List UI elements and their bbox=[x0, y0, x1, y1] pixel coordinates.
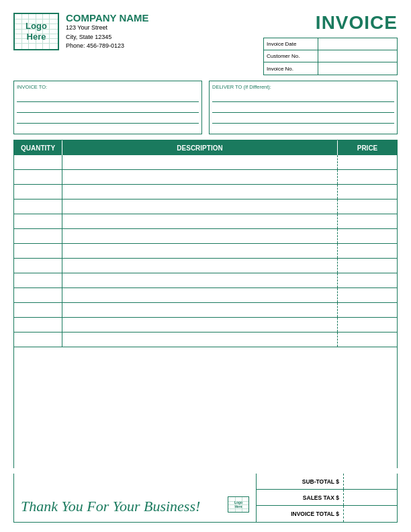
company-city-state: City, State 12345 bbox=[66, 33, 149, 42]
table-row[interactable] bbox=[14, 229, 397, 244]
invoice-total-row: INVOICE TOTAL $ bbox=[257, 506, 397, 522]
invoice-to-line-3[interactable] bbox=[17, 113, 199, 124]
row-desc-8[interactable] bbox=[62, 259, 338, 273]
company-street: 123 Your Street bbox=[66, 24, 149, 33]
row-qty-8[interactable] bbox=[14, 259, 62, 273]
customer-no-label: Customer No. bbox=[264, 53, 318, 59]
row-desc-4[interactable] bbox=[62, 200, 338, 214]
table-row[interactable] bbox=[14, 259, 397, 273]
header-left: Logo Here COMPANY NAME 123 Your Street C… bbox=[13, 12, 149, 51]
row-qty-7[interactable] bbox=[14, 244, 62, 258]
row-qty-10[interactable] bbox=[14, 288, 62, 302]
deliver-to-box: DELIVER TO (If Different): bbox=[209, 81, 398, 134]
row-qty-13[interactable] bbox=[14, 332, 62, 347]
row-qty-1[interactable] bbox=[14, 155, 62, 169]
deliver-to-line-2[interactable] bbox=[212, 102, 394, 113]
small-logo-label: LogoHere bbox=[234, 500, 242, 508]
row-desc-11[interactable] bbox=[62, 303, 338, 317]
row-price-8[interactable] bbox=[338, 259, 397, 273]
table-row[interactable] bbox=[14, 288, 397, 303]
row-qty-3[interactable] bbox=[14, 185, 62, 199]
row-desc-9[interactable] bbox=[62, 273, 338, 287]
row-qty-9[interactable] bbox=[14, 273, 62, 287]
deliver-to-line-4[interactable] bbox=[212, 124, 394, 134]
table-row[interactable] bbox=[14, 155, 397, 170]
row-desc-13[interactable] bbox=[62, 332, 338, 347]
row-desc-7[interactable] bbox=[62, 244, 338, 258]
deliver-to-label: DELIVER TO (If Different): bbox=[212, 84, 394, 90]
invoice-to-lines bbox=[17, 91, 199, 134]
invoice-to-line-2[interactable] bbox=[17, 102, 199, 113]
table-row[interactable] bbox=[14, 214, 397, 229]
invoice-title: INVOICE bbox=[316, 12, 398, 34]
invoice-no-row: Invoice No. bbox=[264, 62, 397, 75]
sub-total-row: SUB-TOTAL $ bbox=[257, 474, 397, 490]
header-right: INVOICE Invoice Date Customer No. Invoic… bbox=[263, 12, 398, 75]
customer-no-row: Customer No. bbox=[264, 50, 397, 62]
invoice-date-label: Invoice Date bbox=[264, 41, 318, 47]
sales-tax-row: SALES TAX $ bbox=[257, 490, 397, 506]
table-row[interactable] bbox=[14, 303, 397, 318]
row-qty-2[interactable] bbox=[14, 170, 62, 184]
row-price-11[interactable] bbox=[338, 303, 397, 317]
row-price-2[interactable] bbox=[338, 170, 397, 184]
table-row[interactable] bbox=[14, 200, 397, 214]
row-qty-12[interactable] bbox=[14, 318, 62, 332]
row-desc-2[interactable] bbox=[62, 170, 338, 184]
sales-tax-value[interactable] bbox=[343, 490, 397, 505]
header: Logo Here COMPANY NAME 123 Your Street C… bbox=[13, 12, 398, 75]
company-phone: Phone: 456-789-0123 bbox=[66, 42, 149, 51]
table-row[interactable] bbox=[14, 244, 397, 259]
company-info: COMPANY NAME 123 Your Street City, State… bbox=[66, 12, 149, 51]
invoice-date-row: Invoice Date bbox=[264, 38, 397, 50]
row-qty-6[interactable] bbox=[14, 229, 62, 243]
row-price-13[interactable] bbox=[338, 332, 397, 347]
row-desc-3[interactable] bbox=[62, 185, 338, 199]
table-row[interactable] bbox=[14, 273, 397, 288]
table-row[interactable] bbox=[14, 185, 397, 200]
deliver-to-line-3[interactable] bbox=[212, 113, 394, 124]
row-desc-10[interactable] bbox=[62, 288, 338, 302]
row-price-10[interactable] bbox=[338, 288, 397, 302]
row-price-6[interactable] bbox=[338, 229, 397, 243]
row-qty-11[interactable] bbox=[14, 303, 62, 317]
row-desc-1[interactable] bbox=[62, 155, 338, 169]
row-desc-6[interactable] bbox=[62, 229, 338, 243]
row-price-9[interactable] bbox=[338, 273, 397, 287]
row-price-12[interactable] bbox=[338, 318, 397, 332]
invoice-total-label: INVOICE TOTAL $ bbox=[257, 511, 343, 517]
table-row[interactable] bbox=[14, 332, 397, 347]
table-row[interactable] bbox=[14, 318, 397, 332]
items-table: QUANTITY DESCRIPTION PRICE bbox=[13, 140, 398, 468]
row-qty-5[interactable] bbox=[14, 214, 62, 228]
invoice-to-line-1[interactable] bbox=[17, 91, 199, 102]
sub-total-value[interactable] bbox=[343, 474, 397, 489]
totals-section: SUB-TOTAL $ SALES TAX $ INVOICE TOTAL $ bbox=[256, 474, 397, 522]
thank-you-text: Thank You For Your Business! bbox=[21, 498, 200, 515]
sales-tax-label: SALES TAX $ bbox=[257, 494, 343, 501]
row-price-5[interactable] bbox=[338, 214, 397, 228]
row-desc-5[interactable] bbox=[62, 214, 338, 228]
row-qty-4[interactable] bbox=[14, 200, 62, 214]
invoice-to-line-4[interactable] bbox=[17, 124, 199, 134]
row-price-4[interactable] bbox=[338, 200, 397, 214]
footer-section: LogoHere Thank You For Your Business! SU… bbox=[13, 474, 398, 523]
customer-no-value[interactable] bbox=[318, 50, 397, 62]
invoice-no-label: Invoice No. bbox=[264, 66, 318, 72]
deliver-to-lines bbox=[212, 91, 394, 134]
logo-box: Logo Here bbox=[13, 13, 59, 50]
row-desc-12[interactable] bbox=[62, 318, 338, 332]
invoice-no-value[interactable] bbox=[318, 62, 397, 75]
row-price-3[interactable] bbox=[338, 185, 397, 199]
col-price-header: PRICE bbox=[338, 140, 397, 155]
invoice-date-value[interactable] bbox=[318, 38, 397, 50]
deliver-to-line-1[interactable] bbox=[212, 91, 394, 102]
row-price-7[interactable] bbox=[338, 244, 397, 258]
company-address: 123 Your Street City, State 12345 Phone:… bbox=[66, 24, 149, 51]
table-row[interactable] bbox=[14, 170, 397, 185]
row-price-1[interactable] bbox=[338, 155, 397, 169]
page: Logo Here COMPANY NAME 123 Your Street C… bbox=[0, 0, 411, 532]
company-name: COMPANY NAME bbox=[66, 12, 149, 24]
invoice-total-value[interactable] bbox=[343, 506, 397, 522]
logo-text: Logo Here bbox=[26, 21, 47, 42]
